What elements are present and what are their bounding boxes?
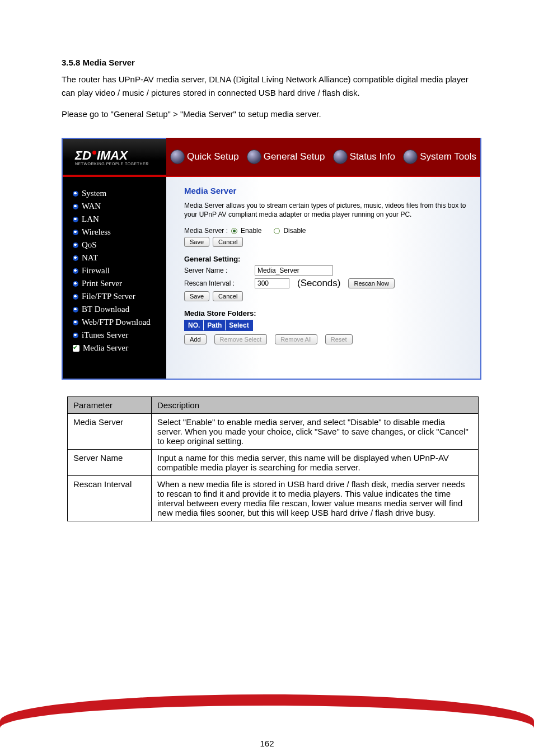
reset-button[interactable]: Reset bbox=[325, 334, 353, 344]
table-header-parameter: Parameter bbox=[68, 397, 152, 414]
bullet-icon bbox=[73, 307, 78, 312]
nav-quick-setup[interactable]: Quick Setup bbox=[170, 150, 239, 164]
footer-decoration: 162 bbox=[0, 666, 534, 756]
logo: ΣDIMAX NETWORKING PEOPLE TOGETHER bbox=[63, 148, 166, 166]
table-header-description: Description bbox=[152, 397, 479, 414]
sidebar-item-system[interactable]: System bbox=[73, 187, 166, 200]
bullet-icon bbox=[73, 217, 78, 222]
page-number: 162 bbox=[0, 739, 534, 748]
parameter-table: Parameter Description Media Server Selec… bbox=[67, 396, 479, 521]
nav-system-tools[interactable]: System Tools bbox=[403, 150, 476, 164]
table-row: Media Server Select "Enable" to enable m… bbox=[68, 414, 479, 450]
top-nav: Quick Setup General Setup Status Info Sy… bbox=[166, 138, 480, 176]
rescan-interval-label: Rescan Interval : bbox=[184, 279, 251, 287]
globe-icon bbox=[247, 150, 261, 164]
router-body: System WAN LAN Wireless QoS NAT Firewall… bbox=[63, 177, 480, 379]
globe-icon bbox=[333, 150, 348, 164]
nav-status-info[interactable]: Status Info bbox=[333, 150, 395, 164]
save-button[interactable]: Save bbox=[184, 237, 209, 247]
media-store-folders-heading: Media Store Folders: bbox=[184, 309, 470, 318]
desc-cell: Select "Enable" to enable media server, … bbox=[152, 414, 479, 450]
media-server-label: Media Server : bbox=[184, 227, 228, 235]
bullet-icon bbox=[73, 320, 78, 325]
nav-general-setup[interactable]: General Setup bbox=[247, 150, 325, 164]
bullet-icon bbox=[73, 191, 78, 197]
sidebar-item-lan[interactable]: LAN bbox=[73, 213, 166, 226]
remove-select-button[interactable]: Remove Select bbox=[214, 334, 268, 344]
radio-enable[interactable] bbox=[231, 228, 237, 234]
bullet-icon bbox=[73, 242, 78, 248]
cancel-button[interactable]: Cancel bbox=[213, 237, 243, 247]
sidebar-item-media-server[interactable]: Media Server bbox=[73, 342, 166, 354]
radio-enable-label: Enable bbox=[241, 227, 261, 235]
sidebar-item-wan[interactable]: WAN bbox=[73, 200, 166, 213]
sidebar-item-itunes-server[interactable]: iTunes Server bbox=[73, 329, 166, 342]
globe-icon bbox=[403, 150, 418, 164]
sidebar-item-bt-download[interactable]: BT Download bbox=[73, 303, 166, 316]
radio-disable-label: Disable bbox=[283, 227, 306, 235]
rescan-interval-input[interactable] bbox=[255, 278, 289, 288]
router-header: ΣDIMAX NETWORKING PEOPLE TOGETHER Quick … bbox=[63, 139, 480, 177]
page-title: Media Server bbox=[184, 186, 470, 195]
intro-paragraph-1: The router has UPnP-AV media server, DLN… bbox=[62, 73, 478, 100]
globe-icon bbox=[170, 150, 185, 164]
server-name-label: Server Name : bbox=[184, 267, 251, 274]
add-button[interactable]: Add bbox=[184, 334, 207, 344]
sidebar-item-file-ftp-server[interactable]: File/FTP Server bbox=[73, 290, 166, 303]
folders-table-header: NO. Path Select bbox=[184, 320, 253, 331]
rescan-now-button[interactable]: Rescan Now bbox=[348, 278, 394, 288]
sidebar-item-qos[interactable]: QoS bbox=[73, 239, 166, 251]
sidebar-item-print-server[interactable]: Print Server bbox=[73, 277, 166, 290]
param-cell: Media Server bbox=[68, 414, 152, 450]
save-button-2[interactable]: Save bbox=[184, 291, 209, 301]
desc-cell: Input a name for this media server, this… bbox=[152, 450, 479, 476]
sidebar-item-web-ftp-download[interactable]: Web/FTP Download bbox=[73, 316, 166, 329]
general-setting-heading: General Setting: bbox=[184, 255, 470, 263]
bullet-icon bbox=[73, 255, 78, 261]
desc-cell: When a new media file is stored in USB h… bbox=[152, 476, 479, 521]
section-heading: 3.5.8 Media Server bbox=[62, 56, 478, 69]
param-cell: Server Name bbox=[68, 450, 152, 476]
bullet-icon bbox=[73, 230, 78, 235]
page-description: Media Server allows you to stream certai… bbox=[184, 201, 470, 219]
seconds-label: (Seconds) bbox=[297, 278, 340, 289]
remove-all-button[interactable]: Remove All bbox=[275, 334, 317, 344]
doc-intro: 3.5.8 Media Server The router has UPnP-A… bbox=[0, 0, 534, 132]
sidebar: System WAN LAN Wireless QoS NAT Firewall… bbox=[63, 177, 166, 379]
bullet-icon bbox=[73, 281, 78, 287]
logo-tagline: NETWORKING PEOPLE TOGETHER bbox=[75, 162, 166, 166]
router-ui-frame: ΣDIMAX NETWORKING PEOPLE TOGETHER Quick … bbox=[62, 138, 481, 380]
intro-paragraph-2: Please go to "General Setup" > "Media Se… bbox=[62, 108, 478, 121]
bullet-icon bbox=[73, 268, 78, 274]
bullet-icon bbox=[73, 204, 78, 209]
content-pane: Media Server Media Server allows you to … bbox=[166, 177, 480, 379]
bullet-icon bbox=[73, 333, 78, 338]
logo-dot-icon bbox=[92, 151, 96, 155]
cancel-button-2[interactable]: Cancel bbox=[213, 291, 243, 301]
col-path: Path bbox=[204, 320, 226, 330]
table-row: Rescan Interval When a new media file is… bbox=[68, 476, 479, 521]
radio-disable[interactable] bbox=[274, 228, 280, 234]
check-icon bbox=[73, 345, 79, 352]
server-name-input[interactable] bbox=[255, 265, 333, 276]
sidebar-item-nat[interactable]: NAT bbox=[73, 251, 166, 264]
col-select: Select bbox=[226, 320, 252, 330]
table-row: Server Name Input a name for this media … bbox=[68, 450, 479, 476]
sidebar-item-wireless[interactable]: Wireless bbox=[73, 226, 166, 239]
param-cell: Rescan Interval bbox=[68, 476, 152, 521]
bullet-icon bbox=[73, 294, 78, 300]
sidebar-item-firewall[interactable]: Firewall bbox=[73, 264, 166, 277]
col-no: NO. bbox=[185, 320, 204, 330]
